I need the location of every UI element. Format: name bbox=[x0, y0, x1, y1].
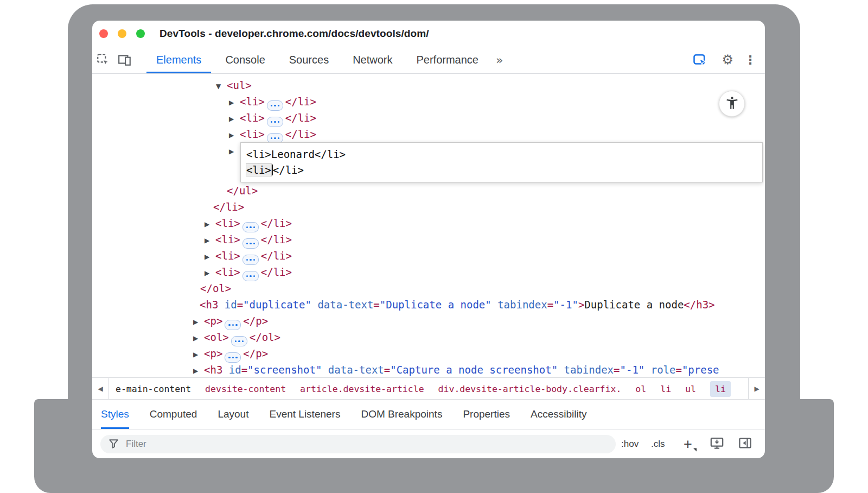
tree-line[interactable]: ▼<ul> bbox=[92, 77, 765, 93]
disclosure-arrow-icon[interactable]: ▶ bbox=[193, 346, 204, 363]
disclosure-arrow-icon[interactable]: ▶ bbox=[193, 314, 204, 330]
inspect-icon[interactable] bbox=[92, 46, 114, 73]
edit-as-html-box[interactable]: <li>Leonard</li><li></li> bbox=[240, 142, 763, 182]
code-token: <li> bbox=[215, 233, 240, 245]
ellipsis-dot bbox=[278, 137, 280, 140]
code-token: = bbox=[614, 364, 620, 376]
close-button[interactable] bbox=[99, 29, 108, 38]
code-token: <li> bbox=[215, 217, 240, 229]
ellipsis-button[interactable] bbox=[267, 133, 283, 143]
more-tabs-icon[interactable]: » bbox=[496, 46, 503, 73]
tree-line[interactable]: ▶<li></li> bbox=[92, 264, 765, 280]
element-classes-button[interactable]: .cls bbox=[651, 439, 665, 450]
code-token: </li> bbox=[285, 128, 316, 140]
tab-performance[interactable]: Performance bbox=[407, 46, 489, 73]
code-token: </ul> bbox=[227, 185, 258, 197]
breadcrumb-item[interactable]: e-main-content bbox=[116, 384, 191, 394]
breadcrumb-item[interactable]: devsite-content bbox=[205, 384, 286, 394]
ellipsis-dot bbox=[246, 259, 248, 261]
code-token: "duplicate" bbox=[243, 299, 311, 311]
breadcrumb-scroll-left-icon[interactable]: ◀ bbox=[92, 378, 109, 400]
code-token: </ol> bbox=[200, 282, 231, 294]
breadcrumb-scroll-right-icon[interactable]: ▶ bbox=[748, 378, 765, 400]
filter-field[interactable] bbox=[100, 435, 616, 453]
minimize-button[interactable] bbox=[118, 29, 126, 38]
code-token: <li> bbox=[240, 96, 265, 108]
settings-gear-icon[interactable]: ⚙ bbox=[722, 52, 733, 67]
tree-line[interactable]: </ul> bbox=[92, 182, 765, 199]
tab-layout[interactable]: Layout bbox=[218, 400, 248, 429]
tab-event-listeners[interactable]: Event Listeners bbox=[269, 400, 340, 429]
disclosure-arrow-icon[interactable]: ▶ bbox=[205, 216, 215, 232]
breadcrumb-item[interactable]: div.devsite-article-body.clearfix. bbox=[438, 384, 622, 394]
ellipsis-button[interactable] bbox=[242, 222, 259, 232]
tree-line[interactable]: ▶<li></li> bbox=[92, 215, 765, 231]
breadcrumb-item[interactable]: article.devsite-article bbox=[300, 384, 424, 394]
tab-properties[interactable]: Properties bbox=[463, 400, 510, 429]
tab-styles[interactable]: Styles bbox=[101, 400, 129, 429]
code-token: </h3> bbox=[684, 299, 714, 311]
tab-elements[interactable]: Elements bbox=[146, 46, 211, 73]
disclosure-arrow-icon[interactable]: ▶ bbox=[205, 232, 215, 249]
tree-line[interactable]: <h3 id="duplicate" data-text="Duplicate … bbox=[92, 296, 765, 313]
tab-sources[interactable]: Sources bbox=[279, 46, 339, 73]
toggle-element-state-button[interactable]: :hov bbox=[621, 439, 639, 450]
tree-line[interactable]: ▶<ol></ol> bbox=[92, 329, 765, 345]
tree-line[interactable]: ▶<h3 id="screenshot" data-text="Capture … bbox=[92, 362, 765, 378]
tree-line[interactable]: ▶<li>Leonard</li><li></li> bbox=[92, 142, 765, 182]
code-token: <ul> bbox=[227, 79, 252, 91]
accessibility-button[interactable] bbox=[719, 91, 745, 117]
breadcrumb-item[interactable]: ol bbox=[635, 384, 646, 394]
tree-line[interactable]: ▶<li></li> bbox=[92, 93, 765, 110]
edit-line: <li></li> bbox=[246, 162, 757, 178]
zoom-button[interactable] bbox=[136, 29, 145, 38]
disclosure-arrow-icon[interactable]: ▶ bbox=[193, 363, 204, 379]
ellipsis-dot bbox=[242, 340, 244, 343]
new-style-rule-button[interactable]: + bbox=[684, 437, 692, 452]
tree-line[interactable]: ▶<li></li> bbox=[92, 126, 765, 142]
tab-computed[interactable]: Computed bbox=[150, 400, 197, 429]
ellipsis-button[interactable] bbox=[231, 336, 247, 346]
ellipsis-dot bbox=[253, 259, 256, 261]
disclosure-arrow-icon[interactable]: ▼ bbox=[216, 78, 227, 94]
disclosure-arrow-icon[interactable]: ▶ bbox=[205, 249, 215, 265]
disclosure-arrow-icon[interactable]: ▶ bbox=[205, 265, 215, 281]
ellipsis-button[interactable] bbox=[267, 117, 283, 127]
code-token: </p> bbox=[243, 347, 268, 359]
breadcrumb-item[interactable]: li bbox=[710, 381, 731, 397]
tab-network[interactable]: Network bbox=[343, 46, 402, 73]
rendering-emulations-icon[interactable] bbox=[710, 436, 724, 453]
disclosure-arrow-icon[interactable]: ▶ bbox=[229, 94, 240, 111]
tree-line[interactable]: ▶<li></li> bbox=[92, 110, 765, 126]
ellipsis-button[interactable] bbox=[242, 271, 259, 281]
tab-dom-breakpoints[interactable]: DOM Breakpoints bbox=[361, 400, 442, 429]
filter-input[interactable] bbox=[125, 438, 608, 450]
tree-line[interactable]: ▶<p></p> bbox=[92, 313, 765, 329]
device-toolbar-icon[interactable] bbox=[114, 46, 136, 73]
ellipsis-button[interactable] bbox=[225, 352, 241, 363]
edit-open-tag: <li> bbox=[246, 164, 271, 176]
ellipsis-button[interactable] bbox=[225, 320, 241, 330]
ellipsis-button[interactable] bbox=[242, 255, 259, 265]
breadcrumb-item[interactable]: li bbox=[660, 384, 671, 394]
tree-line[interactable]: ▶<p></p> bbox=[92, 345, 765, 362]
tree-line[interactable]: ▶<li></li> bbox=[92, 231, 765, 248]
overflow-menu-icon[interactable]: ⋮ bbox=[744, 53, 756, 67]
ellipsis-dot bbox=[232, 357, 234, 359]
toggle-sidebar-icon[interactable] bbox=[738, 436, 752, 453]
tree-line[interactable]: </ol> bbox=[92, 280, 765, 296]
tree-line[interactable]: ▶<li></li> bbox=[92, 248, 765, 264]
tab-console[interactable]: Console bbox=[215, 46, 275, 73]
ellipsis-dot bbox=[271, 137, 273, 140]
disclosure-arrow-icon[interactable]: ▶ bbox=[229, 111, 240, 127]
ellipsis-button[interactable] bbox=[242, 238, 259, 249]
code-token: <li> bbox=[215, 250, 240, 262]
breadcrumb-item[interactable]: ul bbox=[685, 384, 696, 394]
ellipsis-button[interactable] bbox=[267, 100, 283, 111]
tree-line[interactable]: </li> bbox=[92, 199, 765, 215]
disclosure-arrow-icon[interactable]: ▶ bbox=[229, 143, 240, 160]
inspect-mode-blue-icon[interactable] bbox=[689, 52, 711, 67]
disclosure-arrow-icon[interactable]: ▶ bbox=[229, 127, 240, 143]
tab-accessibility[interactable]: Accessibility bbox=[531, 400, 586, 429]
disclosure-arrow-icon[interactable]: ▶ bbox=[193, 330, 204, 346]
